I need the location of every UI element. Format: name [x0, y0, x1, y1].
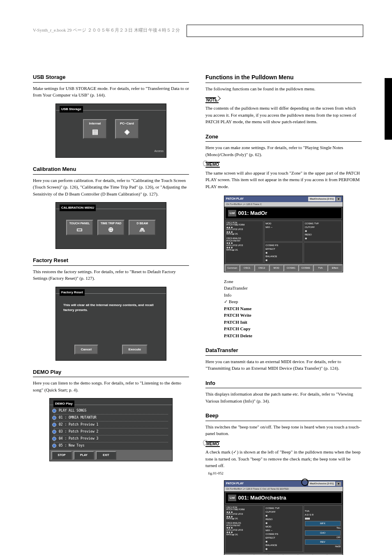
beam-icon: ⩕ [132, 226, 152, 233]
demo-label: 02 : Patch Preview 1 [59, 422, 98, 427]
btn-touch-panel[interactable]: TOUCH PANEL ▭ [66, 220, 93, 235]
demo-label: 05 : New Toys [59, 443, 85, 448]
desc-zone: Here you can make zone settings. For det… [205, 144, 362, 158]
play-dot-icon [52, 430, 56, 434]
screenshot-factory-reset: Factory Reset This will clear all the in… [55, 287, 166, 361]
tab-effect[interactable]: Effect [328, 265, 342, 271]
menu-triangle-icon[interactable]: ▼ [336, 482, 341, 486]
note-text: The contents of the pulldown menu will d… [205, 105, 362, 125]
shot-title: DEMO Play [53, 401, 74, 407]
osc1-block: OSC1 PCMPITCH TIME FORM◉ ◉ ◉LFO1 LFO2 LF… [225, 505, 263, 553]
tab-cosm2[interactable]: COSM2 [299, 265, 313, 271]
menu-datatransfer[interactable]: DataTransfer [224, 285, 343, 292]
card-icon: ◈ [118, 127, 136, 137]
tva-efx-block: TVAA D S R▮▮▮▮ MFX Thru CHO OFF REV Hal1… [304, 505, 342, 553]
rev-badge: REV [305, 539, 341, 545]
menu-patch-delete[interactable]: PATCH Delete [224, 332, 343, 339]
chip-icon: ▤ [86, 127, 104, 137]
mfx-val: Thru [305, 527, 341, 530]
demo-row[interactable]: 04 : Patch Preview 3 [54, 435, 168, 442]
btn-d-beam[interactable]: D BEAM ⩕ [129, 220, 156, 235]
label-time-trip: TIME TRIP PAD [101, 222, 122, 225]
exit-button[interactable]: EXIT [96, 451, 116, 460]
heading-calibration: Calibration Menu [33, 165, 189, 175]
demo-label: 03 : Patch Preview 2 [59, 429, 98, 434]
tab-osc1[interactable]: OSC1 [240, 265, 254, 271]
tab-osc2[interactable]: OSC2 [255, 265, 269, 271]
play-button[interactable]: PLAY [74, 451, 94, 460]
menu-patch-copy[interactable]: PATCH Copy [224, 325, 343, 332]
demo-row[interactable]: 03 : Patch Preview 2 [54, 428, 168, 435]
tab-common[interactable]: Common [225, 265, 239, 271]
desc-usb-storage: Make settings for USB STORAGE mode. For … [33, 85, 189, 99]
menu-zone[interactable]: Zone [224, 278, 343, 285]
desc-datatransfer: Here you can transmit data to an externa… [205, 358, 362, 372]
cosm2-block: COSM2 FSEFFECT◉BALANCE◉ [264, 242, 302, 263]
memo-text: The same screen will also appear if you … [205, 170, 362, 190]
btn-internal[interactable]: Internal ▤ [83, 119, 107, 139]
screenshot-calibration: CALIBRATION MENU TOUCH PANEL ▭ TIME TRIP… [55, 202, 166, 249]
spacer [304, 242, 342, 263]
list-button[interactable]: List [228, 495, 236, 502]
heading-factory-reset: Factory Reset [33, 256, 189, 266]
cho-badge: CHO [305, 530, 341, 536]
note-label: NOTE [205, 97, 219, 103]
demo-row[interactable]: 02 : Patch Preview 1 [54, 421, 168, 428]
demo-label: 04 : Patch Preview 3 [59, 436, 98, 441]
synth-patch-label: MadOrchestra [2-01] [308, 481, 335, 486]
screenshot-demo-play: DEMO Play PLAY ALL SONGS 01 : OMNIA MUTA… [49, 398, 173, 461]
demo-row[interactable]: 01 : OMNIA MUTANTUR [54, 415, 168, 421]
memo-text-beep: A check mark (✓) is shown at the left of… [205, 449, 362, 469]
menu-patch-init[interactable]: PATCH Init [224, 319, 343, 326]
demo-row[interactable]: PLAY ALL SONGS [54, 408, 168, 415]
desc-beep: This switches the "beep tone" on/off. Th… [205, 424, 362, 437]
rev-val: Hal1B [305, 545, 341, 548]
play-dot-icon [52, 437, 56, 441]
running-header: V-Synth_r_e.book 29 ページ ２００５年６月２３日 木曜日 午… [33, 27, 180, 33]
screenshot-usb-storage: USB Storage Internal ▤ PC−Card ◈ Access [55, 104, 166, 158]
btn-pc-card[interactable]: PC−Card ◈ [115, 119, 139, 139]
execute-button[interactable]: Execute [122, 345, 148, 355]
intro-pulldown: The following functions can be found in … [205, 85, 362, 92]
side-tab [385, 78, 392, 140]
tva-label: TVAA D S R▮▮▮▮ [305, 509, 341, 520]
demo-row[interactable]: 05 : New Toys [54, 442, 168, 449]
fig-label: fig.01-052 [205, 471, 362, 477]
label-d-beam: D BEAM [137, 222, 148, 225]
mfx-badge: MFX [305, 521, 341, 526]
menu-beep[interactable]: ✓ Beep [224, 298, 343, 305]
osc1-block: OSC1 PCMPITCH TIME FORM◉ ◉ ◉LFO1 LFO2 LF… [225, 221, 263, 263]
pulldown-menu: Zone DataTransfer Info ✓ Beep PATCH Name… [224, 278, 343, 339]
heading-info: Info [205, 379, 362, 389]
desc-calibration: Here you can perform calibration. For de… [33, 177, 189, 198]
synth-title: PATCH PLAY [226, 481, 244, 486]
tab-cosm1[interactable]: COSM1 [284, 265, 298, 271]
synth-subbar: Ch:Tx=Rx/Rx= ♩= 120.0 Trans C Oct +0 Ton… [224, 487, 343, 491]
patch-name: 001: MadOrchestra [238, 494, 286, 502]
heading-usb-storage: USB Storage [33, 73, 189, 83]
menu-triangle-icon[interactable]: ▼ [336, 197, 341, 201]
btn-time-trip-pad[interactable]: TIME TRIP PAD ⊕ [97, 220, 125, 235]
heading-datatransfer: DataTransfer [205, 346, 362, 356]
memo-label: MEMO [205, 441, 220, 447]
cancel-button[interactable]: Cancel [74, 345, 98, 355]
play-dot-icon [52, 409, 56, 413]
header-box [187, 25, 363, 37]
access-indicator: Access [154, 150, 164, 152]
menu-patch-write[interactable]: PATCH Write [224, 312, 343, 319]
mod-block: MODMIX ─ [264, 221, 302, 242]
list-button[interactable]: List [228, 210, 236, 217]
demo-label: PLAY ALL SONGS [59, 408, 86, 413]
tab-tva[interactable]: TVA [314, 265, 327, 271]
synth-title: PATCH PLAY [226, 197, 244, 201]
desc-demo-play: Here you can listen to the demo songs. F… [33, 380, 189, 393]
menu-info[interactable]: Info [224, 292, 343, 299]
synth-patch-label: MadOrchestra [2-01] [308, 197, 335, 201]
stop-button[interactable]: STOP [51, 451, 72, 460]
tab-mod[interactable]: MOD [270, 265, 284, 271]
callout-circle [301, 479, 309, 486]
patch-name: 001: MadOr [238, 209, 267, 217]
menu-patch-name[interactable]: PATCH Name [224, 305, 343, 312]
shot-title: Factory Reset [60, 289, 85, 296]
heading-beep: Beep [205, 412, 362, 421]
